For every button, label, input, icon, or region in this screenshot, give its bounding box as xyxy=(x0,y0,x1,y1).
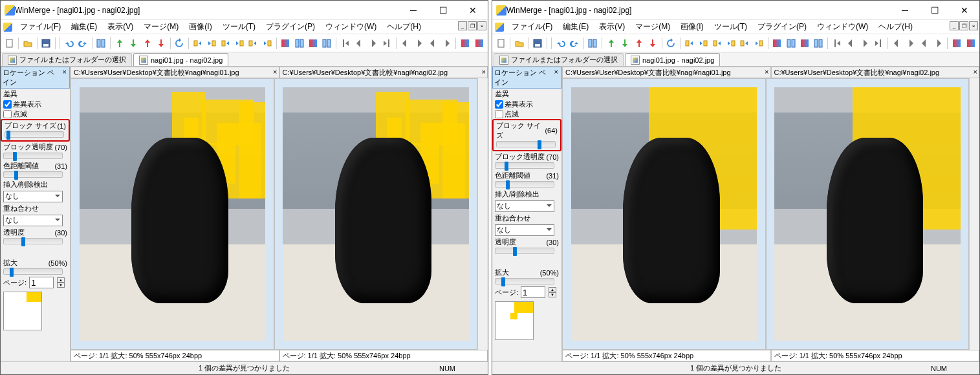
menu-tools[interactable]: ツール(T) xyxy=(217,20,261,34)
toolbar-diff-up-button[interactable] xyxy=(113,36,125,50)
zoom-slider[interactable] xyxy=(495,278,554,284)
menu-tools[interactable]: ツール(T) xyxy=(709,20,752,34)
toolbar-copy-rl-button[interactable] xyxy=(724,36,737,50)
path-close-icon[interactable]: × xyxy=(974,68,977,76)
tab-file-select[interactable]: ファイルまたはフォルダーの選択 xyxy=(2,53,132,66)
toolbar-colorbox-button[interactable] xyxy=(798,36,811,50)
toolbar-split-button[interactable] xyxy=(293,36,305,50)
toolbar-copy-lr-button[interactable] xyxy=(711,36,723,50)
close-button[interactable]: ✕ xyxy=(458,1,488,20)
toolbar-diff-dn2-button[interactable] xyxy=(155,36,167,50)
toolbar-diff-dn-button[interactable] xyxy=(618,36,631,50)
toolbar-new-button[interactable] xyxy=(3,36,16,50)
maximize-button[interactable]: ☐ xyxy=(920,1,950,20)
path-close-icon[interactable]: × xyxy=(273,68,277,76)
blink-input[interactable] xyxy=(3,110,12,118)
tab-file-select[interactable]: ファイルまたはフォルダーの選択 xyxy=(494,53,624,66)
toolbar-save-button[interactable] xyxy=(40,36,52,50)
toolbar-undo-button[interactable] xyxy=(63,36,75,50)
image-pane-1[interactable] xyxy=(274,78,478,350)
ins-del-select[interactable]: なし xyxy=(495,200,554,212)
page-spinner[interactable]: ▲▼ xyxy=(549,287,556,297)
toolbar-colorbox-button[interactable] xyxy=(307,36,319,50)
toolbar-colorbox-button[interactable] xyxy=(950,36,963,50)
show-diff-input[interactable] xyxy=(495,100,503,109)
menu-file[interactable]: ファイル(F) xyxy=(506,20,558,34)
close-button[interactable]: ✕ xyxy=(950,1,979,20)
menu-image[interactable]: 画像(I) xyxy=(184,20,217,34)
menu-window[interactable]: ウィンドウ(W) xyxy=(812,20,873,34)
block-size-slider[interactable] xyxy=(496,141,556,147)
toolbar-copy-lr-button[interactable] xyxy=(191,36,204,50)
toolbar-refresh-button[interactable] xyxy=(665,36,677,50)
mdi-close[interactable]: × xyxy=(969,21,978,30)
menu-plugins[interactable]: プラグイン(P) xyxy=(752,20,812,34)
toolbar-undo-button[interactable] xyxy=(554,36,567,50)
toolbar-prev-button[interactable] xyxy=(353,36,365,50)
toolbar-split-button[interactable] xyxy=(321,36,333,50)
toolbar-next-button[interactable] xyxy=(932,36,944,50)
toolbar-next-button[interactable] xyxy=(441,36,453,50)
toolbar-firstdiff-button[interactable] xyxy=(831,36,843,50)
show-diff-checkbox[interactable]: 差異表示 xyxy=(492,100,561,109)
image-pane-0[interactable] xyxy=(71,78,274,350)
menu-edit[interactable]: 編集(E) xyxy=(558,20,594,34)
show-diff-input[interactable] xyxy=(3,100,12,109)
toolbar-lastdiff-button[interactable] xyxy=(872,36,884,50)
menu-image[interactable]: 画像(I) xyxy=(675,20,708,34)
menu-merge[interactable]: マージ(M) xyxy=(138,20,184,34)
transparency-slider[interactable] xyxy=(3,238,63,244)
toolbar-copy-rl-button[interactable] xyxy=(261,36,273,50)
menu-merge[interactable]: マージ(M) xyxy=(630,20,675,34)
toolbar-copy-rl-button[interactable] xyxy=(233,36,245,50)
toolbar-next-button[interactable] xyxy=(413,36,425,50)
menu-view[interactable]: 表示(V) xyxy=(102,20,138,34)
toolbar-prev-button[interactable] xyxy=(891,36,903,50)
toolbar-copy-lr-button[interactable] xyxy=(683,36,695,50)
toolbar-prev-button[interactable] xyxy=(427,36,439,50)
color-dist-slider[interactable] xyxy=(495,181,554,188)
image-pane-1[interactable] xyxy=(766,78,970,350)
blink-input[interactable] xyxy=(495,110,503,118)
minimize-button[interactable]: ─ xyxy=(398,1,428,20)
mdi-restore[interactable]: ❐ xyxy=(468,21,477,30)
toolbar-diff-up2-button[interactable] xyxy=(633,36,645,50)
blink-checkbox[interactable]: 点滅 xyxy=(1,109,70,119)
toolbar-lastdiff-button[interactable] xyxy=(380,36,393,50)
toolbar-prev-button[interactable] xyxy=(919,36,931,50)
toolbar-next-button[interactable] xyxy=(904,36,917,50)
page-input[interactable] xyxy=(521,286,545,298)
toolbar-colorbox-button[interactable] xyxy=(279,36,291,50)
toolbar-open-button[interactable] xyxy=(21,36,34,50)
toolbar-colorbox-button[interactable] xyxy=(459,36,471,50)
menu-help[interactable]: ヘルプ(H) xyxy=(382,20,426,34)
toolbar-open-button[interactable] xyxy=(513,36,525,50)
ins-del-select[interactable]: なし xyxy=(3,191,63,202)
minimize-button[interactable]: ─ xyxy=(890,1,920,20)
menu-view[interactable]: 表示(V) xyxy=(594,20,630,34)
toolbar-diff-dn-button[interactable] xyxy=(127,36,139,50)
menu-plugins[interactable]: プラグイン(P) xyxy=(261,20,320,34)
menu-file[interactable]: ファイル(F) xyxy=(15,20,66,34)
toolbar-copy-rl-button[interactable] xyxy=(752,36,765,50)
block-alpha-slider[interactable] xyxy=(495,162,554,169)
pane-close-icon[interactable]: × xyxy=(552,68,560,87)
vertical-scrollbar[interactable] xyxy=(969,78,979,350)
vertical-scrollbar[interactable] xyxy=(477,78,488,350)
toolbar-split-button[interactable] xyxy=(95,36,107,50)
minimap[interactable] xyxy=(495,301,534,340)
page-spinner[interactable]: ▲▼ xyxy=(57,277,65,288)
block-alpha-slider[interactable] xyxy=(3,153,63,159)
toolbar-redo-button[interactable] xyxy=(568,36,580,50)
toolbar-copy-rl-button[interactable] xyxy=(205,36,217,50)
toolbar-refresh-button[interactable] xyxy=(173,36,186,50)
block-size-slider[interactable] xyxy=(5,131,64,138)
toolbar-next-button[interactable] xyxy=(858,36,871,50)
page-input[interactable] xyxy=(29,277,54,288)
toolbar-next-button[interactable] xyxy=(367,36,379,50)
toolbar-copy-rl-button[interactable] xyxy=(697,36,709,50)
zoom-slider[interactable] xyxy=(3,268,63,275)
toolbar-redo-button[interactable] xyxy=(76,36,89,50)
toolbar-split-button[interactable] xyxy=(587,36,599,50)
toolbar-diff-up2-button[interactable] xyxy=(141,36,153,50)
